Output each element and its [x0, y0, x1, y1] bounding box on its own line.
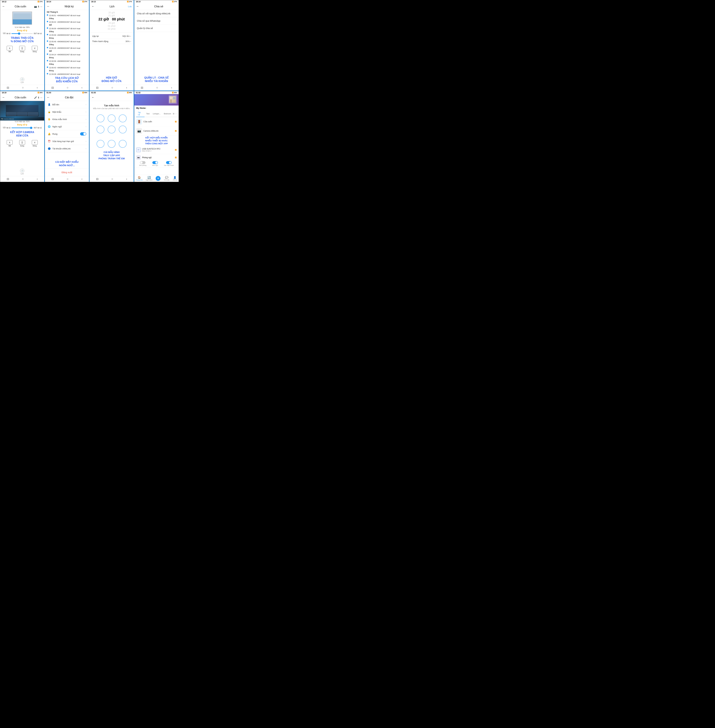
device-rf2[interactable]: RF USB SUNTECH RF2 Điều khiển 2 📶	[134, 146, 179, 154]
nav-home-5[interactable]: ○	[22, 177, 24, 181]
hbn-scene[interactable]: 🔄 Ngữ cảnh	[146, 176, 152, 181]
nav-home-1[interactable]: ○	[22, 86, 24, 89]
home-header[interactable]: My Home ›	[134, 106, 179, 110]
hbn-messages[interactable]: 💬 Tin nhắn	[164, 176, 170, 181]
back-button-2[interactable]: ←	[47, 5, 50, 8]
nav-recents-7[interactable]: ⊟	[96, 177, 98, 181]
pattern-dot-4[interactable]	[97, 125, 104, 133]
nav-recents-4[interactable]: ⊟	[141, 86, 143, 89]
nav-home-4[interactable]: ○	[156, 86, 158, 89]
schedule-btn-5[interactable]: 🕐 Lịch	[0, 167, 44, 176]
battery-1: 27%	[40, 1, 42, 3]
stop-button-5[interactable]: ‖ Dừng	[19, 140, 25, 147]
back-button-1[interactable]: ←	[2, 5, 5, 8]
settings-schedule[interactable]: ⏰ Sửa hàng loạt Hẹn giờ ›	[45, 138, 89, 145]
tab-all[interactable]: Tất cả	[136, 110, 145, 117]
nav-home-6[interactable]: ○	[67, 177, 68, 181]
light-bed-toggle[interactable]	[152, 161, 158, 164]
nav-back-7[interactable]: ‹	[126, 177, 127, 181]
tab-living[interactable]: Livingro...	[151, 112, 162, 116]
nav-recents-5[interactable]: ⊟	[7, 177, 9, 181]
status-bar-5: 18:19 📶 26%	[0, 91, 44, 94]
share-item-ewelink[interactable]: Chia sẻ với người dùng eWeLink	[134, 10, 179, 17]
nav-home-3[interactable]: ○	[112, 86, 113, 89]
nav-back-1[interactable]: ‹	[37, 86, 38, 89]
back-button-3[interactable]: ←	[92, 5, 95, 8]
nav-back-2[interactable]: ‹	[81, 86, 82, 89]
nav-back-4[interactable]: ‹	[171, 86, 172, 89]
hbn-profile[interactable]: 👤 Hồ sơ	[173, 176, 177, 181]
open-button-1[interactable]: ∧ Mở	[7, 46, 12, 53]
hour-col[interactable]: 22 giờ	[98, 17, 109, 21]
pattern-dot-7[interactable]	[97, 140, 104, 148]
back-button-5[interactable]: ←	[2, 96, 5, 99]
nav-recents-6[interactable]: ⊟	[51, 177, 54, 181]
tab-bedroom[interactable]: Bedroom	[162, 112, 173, 116]
settings-rename[interactable]: 👤 Đổi tên ›	[45, 101, 89, 108]
nav-home-7[interactable]: ○	[112, 177, 113, 181]
close-button-5[interactable]: ∨ Đóng	[32, 140, 38, 147]
nav-recents-2[interactable]: ⊟	[51, 86, 54, 89]
share-item-whatsapp[interactable]: Chia sẻ qua WhatsApp	[134, 17, 179, 25]
settings-vibrate[interactable]: 🔔 Rung	[45, 130, 89, 138]
pattern-dot-9[interactable]	[119, 140, 127, 148]
home-bottom-nav: 🏠 Trang chủ 🔄 Ngữ cảnh + 💬 Tin nhắn 👤 Hồ…	[134, 175, 179, 182]
back-button-7[interactable]: ←	[92, 96, 95, 99]
settings-password[interactable]: 🔒 Mật khẩu ›	[45, 108, 89, 116]
settings-language[interactable]: 🌐 Ngôn ngữ ›	[45, 123, 89, 130]
log-dot-9	[47, 73, 48, 74]
pattern-dot-1[interactable]	[97, 115, 104, 122]
vibrate-toggle[interactable]	[80, 132, 86, 136]
more-nav-icon[interactable]: ···	[40, 5, 42, 8]
logout-button[interactable]: Đăng xuất	[45, 169, 89, 176]
pattern-dot-3[interactable]	[119, 115, 127, 122]
info-nav-icon[interactable]: ℹ	[38, 5, 39, 8]
settings-account[interactable]: 🔵 Tài khoản eWeLink ›	[45, 145, 89, 152]
hbn-add[interactable]: +	[155, 176, 160, 181]
more-nav-icon-5[interactable]: ···	[40, 96, 42, 99]
pattern-grid[interactable]	[97, 115, 127, 133]
nav-home-2[interactable]: ○	[67, 86, 68, 89]
back-button-4[interactable]: ←	[136, 5, 139, 8]
nav-recents-1[interactable]: ⊟	[7, 86, 9, 89]
chevron-language: ›	[86, 125, 86, 128]
tab-more-icon[interactable]: ···	[175, 113, 176, 115]
close-button-1[interactable]: ∨ Đóng	[32, 46, 38, 53]
pattern-dot-6[interactable]	[119, 125, 127, 133]
device-cuacuon[interactable]: 🚪 Cửa cuốn 📶	[134, 117, 179, 127]
tab-test[interactable]: Test	[145, 112, 151, 116]
charger-toggle[interactable]	[166, 161, 172, 164]
nav-back-6[interactable]: ‹	[81, 177, 82, 181]
settings-pattern[interactable]: ✋ Khóa mẫu hình ›	[45, 116, 89, 123]
nav-recents-3[interactable]: ⊟	[96, 86, 98, 89]
stop-button-1[interactable]: ‖ Dừng	[19, 46, 25, 53]
slider-track-1[interactable]	[11, 33, 33, 34]
nav-title-4: Chia sẻ	[141, 5, 176, 8]
repeat-row[interactable]: Lặp lại Một lần ›	[89, 33, 134, 39]
back-button-6[interactable]: ←	[47, 96, 50, 99]
pattern-dot-5[interactable]	[108, 125, 116, 133]
info-nav-icon-5[interactable]: ℹ	[38, 96, 39, 99]
tab-grid-icon[interactable]: ⊞	[173, 113, 174, 115]
mic-nav-icon[interactable]: 🎤	[34, 96, 37, 99]
share-item-manage[interactable]: Quản lý chia sẻ	[134, 25, 179, 32]
camera-nav-icon[interactable]: 📷	[34, 5, 37, 8]
pattern-dot-2[interactable]	[108, 115, 116, 122]
light-room-toggle[interactable]	[140, 161, 145, 164]
minute-col[interactable]: 00 phút	[112, 17, 125, 21]
pattern-dot-8[interactable]	[108, 140, 116, 148]
hbn-home[interactable]: 🏠 Trang chủ	[136, 176, 143, 181]
save-button-3[interactable]: Lưu	[128, 5, 132, 8]
nav-back-3[interactable]: ‹	[126, 86, 127, 89]
pattern-grid-2[interactable]	[97, 140, 127, 148]
action-row[interactable]: Thêm hành động 36% ›	[89, 39, 134, 44]
open-button-5[interactable]: ∧ Mở	[7, 140, 12, 147]
schedule-btn-1[interactable]: 🕐 Lịch	[0, 76, 44, 84]
time-picker-row[interactable]: 22 giờ 00 phút	[89, 17, 134, 21]
time-picker[interactable]: 20 giờ 21 giờ 22 giờ 00 phút 23 giờ 01 p…	[89, 10, 134, 32]
device-camera[interactable]: 📷 Camera eWeLink 📶	[134, 127, 179, 136]
add-plus-icon[interactable]: +	[155, 176, 160, 181]
nav-back-5[interactable]: ‹	[37, 177, 38, 181]
slider-track-5[interactable]	[11, 128, 33, 128]
bedroom-icon: 🛏	[136, 155, 141, 160]
